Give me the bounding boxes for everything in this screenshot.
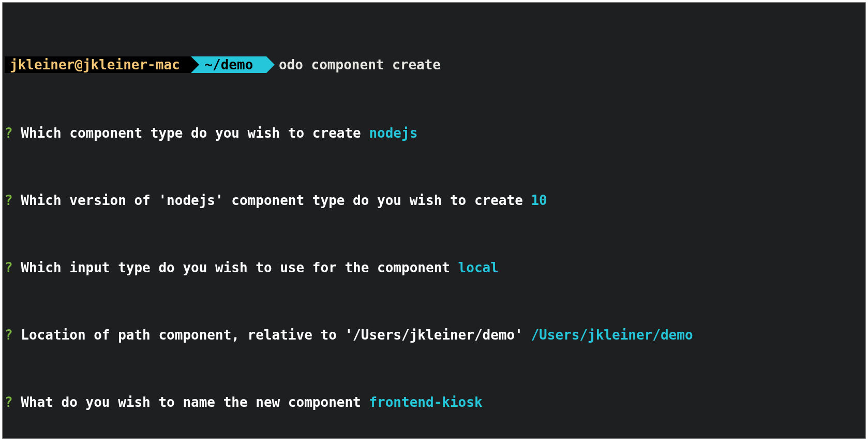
answer-text: 10 xyxy=(531,193,547,208)
question-version: ? Which version of 'nodejs' component ty… xyxy=(5,192,863,209)
question-mark-icon: ? xyxy=(5,394,13,410)
question-mark-icon: ? xyxy=(5,125,13,141)
prompt-path: ~/demo xyxy=(191,56,266,74)
question-name: ? What do you wish to name the new compo… xyxy=(5,394,863,411)
answer-text: nodejs xyxy=(369,125,417,141)
question-component-type: ? Which component type do you wish to cr… xyxy=(5,125,863,142)
prompt-user-host: jkleiner@jkleiner-mac xyxy=(5,56,191,74)
question-mark-icon: ? xyxy=(5,327,13,343)
question-text: Which component type do you wish to crea… xyxy=(13,125,369,141)
question-mark-icon: ? xyxy=(5,260,13,275)
answer-text: /Users/jkleiner/demo xyxy=(531,327,693,343)
question-mark-icon: ? xyxy=(5,193,13,208)
question-input-type: ? Which input type do you wish to use fo… xyxy=(5,259,863,276)
answer-text: frontend-kiosk xyxy=(369,394,482,410)
question-location: ? Location of path component, relative t… xyxy=(5,327,863,344)
question-text: Location of path component, relative to … xyxy=(13,327,531,343)
answer-text: local xyxy=(458,260,499,275)
prompt-command: odo component create xyxy=(266,56,441,74)
question-text: What do you wish to name the new compone… xyxy=(13,394,369,410)
prompt-line-1: jkleiner@jkleiner-mac ~/demo odo compone… xyxy=(5,56,863,74)
question-text: Which version of 'nodejs' component type… xyxy=(13,193,531,208)
terminal-window[interactable]: jkleiner@jkleiner-mac ~/demo odo compone… xyxy=(2,2,866,439)
question-text: Which input type do you wish to use for … xyxy=(13,260,458,275)
